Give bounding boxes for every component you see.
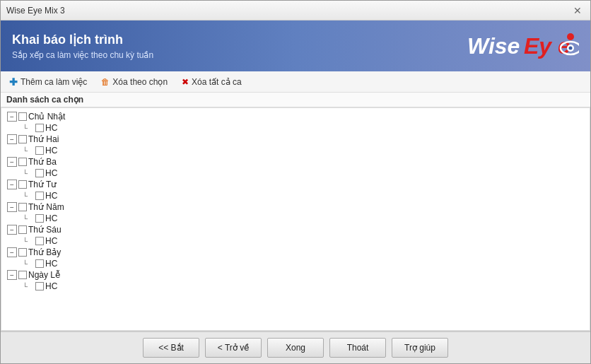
shift-checkbox[interactable] <box>35 169 44 177</box>
day-checkbox[interactable] <box>18 271 27 279</box>
tree-shift-row: └HC <box>23 258 584 269</box>
svg-text:Wise: Wise <box>467 33 520 59</box>
tree-day-row: −Thứ Hai <box>7 134 584 145</box>
add-icon: ✚ <box>9 76 18 88</box>
shift-checkbox[interactable] <box>35 124 44 132</box>
delete-icon: 🗑 <box>101 77 110 87</box>
tree-shift-row: └HC <box>23 168 584 179</box>
logo-area: Wise Ey e <box>466 27 579 66</box>
back-button[interactable]: < Trở về <box>205 338 262 358</box>
tree-day-row: −Thứ Bảy <box>7 247 584 258</box>
shift-checkbox[interactable] <box>35 237 44 245</box>
help-button[interactable]: Trợ giúp <box>392 338 448 358</box>
shift-label: HC <box>45 213 57 223</box>
tree-expander-icon[interactable]: − <box>7 112 17 122</box>
shift-tree[interactable]: −Chủ Nhật└HC−Thứ Hai└HC−Thứ Ba└HC−Thứ Tư… <box>1 107 590 331</box>
shift-label: HC <box>45 191 57 201</box>
add-shift-button[interactable]: ✚ Thêm ca làm việc <box>6 75 90 89</box>
back2-button[interactable]: << Bắt <box>143 338 199 358</box>
shift-checkbox[interactable] <box>35 259 44 268</box>
shift-checkbox[interactable] <box>35 192 44 200</box>
shift-checkbox[interactable] <box>35 282 44 290</box>
day-label: Thứ Ba <box>28 157 57 167</box>
tree-expander-icon[interactable]: − <box>7 202 17 212</box>
tree-shift-row: └HC <box>23 281 584 292</box>
tree-expander-icon[interactable]: − <box>7 157 17 167</box>
page-title: Khai báo lịch trình <box>12 32 153 47</box>
tree-expander-icon[interactable]: − <box>7 134 17 144</box>
header-text: Khai báo lịch trình Sắp xếp ca làm việc … <box>12 32 153 60</box>
tree-day-row: −Thứ Tư <box>7 179 584 190</box>
shift-label: HC <box>45 281 57 291</box>
tree-shift-row: └HC <box>23 190 584 201</box>
day-label: Thứ Sáu <box>28 225 62 235</box>
close-button[interactable]: ✕ <box>570 4 585 18</box>
shift-checkbox[interactable] <box>35 146 44 155</box>
tree-connector: └ <box>23 147 34 155</box>
tree-day-row: −Thứ Năm <box>7 201 584 213</box>
tree-expander-icon[interactable]: − <box>7 180 17 189</box>
tree-day-row: −Thứ Sáu <box>7 224 584 235</box>
day-label: Ngày Lễ <box>28 270 60 280</box>
tree-expander-icon[interactable]: − <box>7 247 17 257</box>
svg-point-6 <box>569 46 573 49</box>
add-shift-label: Thêm ca làm việc <box>21 77 87 87</box>
day-checkbox[interactable] <box>18 203 27 211</box>
day-checkbox[interactable] <box>18 225 27 234</box>
day-label: Thứ Tư <box>28 180 57 189</box>
tree-connector: └ <box>23 283 34 290</box>
day-label: Thứ Bảy <box>28 247 61 257</box>
delete-all-label: Xóa tất cả ca <box>192 77 242 87</box>
day-label: Chủ Nhật <box>28 112 65 122</box>
tree-shift-row: └HC <box>23 145 584 156</box>
page-subtitle: Sắp xếp ca làm việc theo chu kỳ tuần <box>12 50 153 60</box>
day-checkbox[interactable] <box>18 248 27 257</box>
tree-shift-row: └HC <box>23 213 584 224</box>
done-button[interactable]: Xong <box>267 338 324 358</box>
footer: << Bắt < Trở về Xong Thoát Trợ giúp <box>1 331 590 363</box>
tree-connector: └ <box>23 170 34 177</box>
header-banner: Khai báo lịch trình Sắp xếp ca làm việc … <box>1 20 590 71</box>
day-checkbox[interactable] <box>18 135 27 143</box>
day-label: Thứ Hai <box>28 134 59 144</box>
tree-connector: └ <box>23 192 34 200</box>
exit-button[interactable]: Thoát <box>329 338 386 358</box>
shift-label: HC <box>45 146 57 155</box>
list-header-label: Danh sách ca chọn <box>1 93 590 107</box>
main-window: Wise Eye Mix 3 ✕ Khai báo lịch trình Sắp… <box>0 0 591 364</box>
tree-expander-icon[interactable]: − <box>7 270 17 280</box>
day-checkbox[interactable] <box>18 180 27 189</box>
shift-label: HC <box>45 259 57 269</box>
day-checkbox[interactable] <box>18 112 27 121</box>
shift-label: HC <box>45 236 57 246</box>
tree-day-row: −Ngày Lễ <box>7 269 584 281</box>
day-label: Thứ Năm <box>28 202 64 212</box>
delete-all-icon: ✖ <box>182 77 189 87</box>
svg-point-3 <box>567 33 574 40</box>
delete-selected-label: Xóa theo chọn <box>112 77 168 87</box>
tree-expander-icon[interactable]: − <box>7 225 17 235</box>
tree-day-row: −Thứ Ba <box>7 156 584 168</box>
shift-label: HC <box>45 168 57 178</box>
tree-connector: └ <box>23 215 34 223</box>
tree-connector: └ <box>23 260 34 268</box>
title-bar: Wise Eye Mix 3 ✕ <box>1 1 590 20</box>
window-title: Wise Eye Mix 3 <box>6 6 65 16</box>
day-checkbox[interactable] <box>18 158 27 166</box>
svg-text:Ey: Ey <box>524 33 553 59</box>
tree-connector: └ <box>23 124 34 132</box>
delete-selected-button[interactable]: 🗑 Xóa theo chọn <box>98 76 170 88</box>
tree-shift-row: └HC <box>23 122 584 134</box>
tree-shift-row: └HC <box>23 235 584 247</box>
toolbar: ✚ Thêm ca làm việc 🗑 Xóa theo chọn ✖ Xóa… <box>1 71 590 93</box>
wise-eye-logo: Wise Ey e <box>466 27 579 66</box>
delete-all-button[interactable]: ✖ Xóa tất cả ca <box>179 76 245 88</box>
shift-checkbox[interactable] <box>35 214 44 223</box>
shift-label: HC <box>45 123 57 133</box>
tree-day-row: −Chủ Nhật <box>7 111 584 122</box>
tree-connector: └ <box>23 237 34 245</box>
